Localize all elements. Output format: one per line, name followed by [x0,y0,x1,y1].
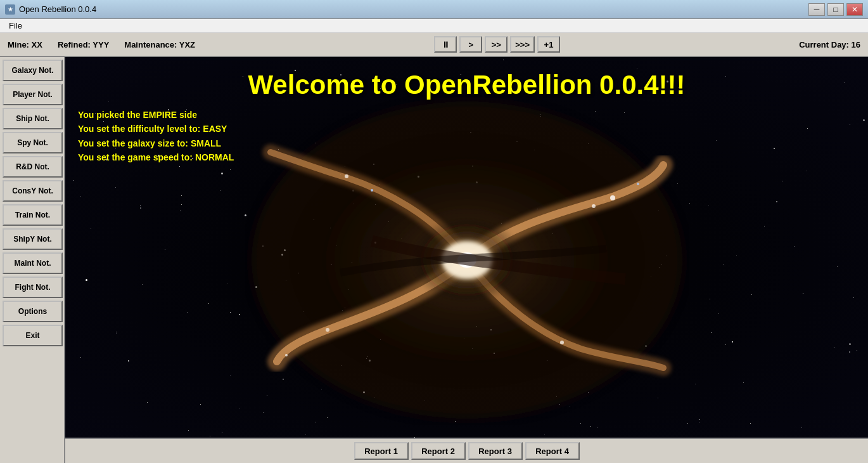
speed-btn-step2[interactable]: >> [485,36,507,53]
star [801,427,802,428]
refined-status: Refined: YYY [58,40,109,49]
report-btn-report-4[interactable]: Report 4 [525,442,580,460]
maximize-button[interactable]: □ [827,3,844,16]
star [725,344,726,345]
speed-btn-step3[interactable]: >>> [510,36,535,53]
star [503,60,504,60]
star [80,357,81,358]
star [86,279,87,281]
star [718,313,719,314]
report-btn-report-2[interactable]: Report 2 [411,442,466,460]
star [165,249,165,250]
star [849,351,850,353]
star [695,384,696,384]
status-bar: Mine: XX Refined: YYY Maintenance: YXZ ⏸… [0,33,868,57]
star [699,419,700,420]
sidebar-btn-rd-not[interactable]: R&D Not. [3,156,63,178]
sidebar-btn-player-not[interactable]: Player Not. [3,84,63,105]
star [857,350,857,351]
star [220,190,220,191]
star [732,341,733,342]
star [140,205,141,205]
star [73,180,74,181]
main-layout: Galaxy Not.Player Not.Ship Not.Spy Not.R… [0,57,868,463]
svg-point-6 [592,204,596,208]
svg-point-5 [610,195,615,200]
svg-point-7 [345,174,348,178]
sidebar-btn-galaxy-not[interactable]: Galaxy Not. [3,60,63,81]
star [91,228,91,229]
speed-controls: ⏸>>>>>>+1 [434,36,560,53]
star [794,246,795,247]
sidebar-btn-options[interactable]: Options [3,301,63,322]
minimize-button[interactable]: ─ [808,3,825,16]
star [230,375,231,375]
star [115,187,116,188]
file-menu[interactable]: File [4,20,27,32]
star [80,196,81,197]
title-bar: ★ Open Rebellion 0.0.4 ─ □ ✕ [0,0,868,19]
star [116,333,117,334]
welcome-heading: Welcome to OpenRebellion 0.0.4!!! [65,70,868,100]
svg-point-9 [371,189,373,192]
star [837,266,838,267]
report-bar: Report 1Report 2Report 3Report 4 [65,438,868,463]
sidebar-btn-shipy-not[interactable]: ShipY Not. [3,228,63,250]
star [782,181,782,181]
window-title: Open Rebellion 0.0.4 [19,4,96,14]
star [834,347,834,348]
sidebar-btn-maint-not[interactable]: Maint Not. [3,252,63,274]
title-controls: ─ □ ✕ [808,3,863,16]
star [147,402,148,403]
star [711,332,712,333]
speed-btn-step1[interactable]: > [459,36,482,53]
star [200,404,201,405]
sidebar-btn-fight-not[interactable]: Fight Not. [3,277,63,298]
sidebar-btn-train-not[interactable]: Train Not. [3,204,63,226]
star [849,343,851,345]
report-btn-report-3[interactable]: Report 3 [468,442,523,460]
info-line: You set the difficulty level to: EASY [78,122,234,136]
star [544,434,545,434]
star [743,382,744,383]
galaxy-spiral [245,95,689,425]
sidebar-btn-consy-not[interactable]: ConsY Not. [3,180,63,202]
sidebar-btn-spy-not[interactable]: Spy Not. [3,132,63,153]
star [210,436,210,436]
info-line: You set the galaxy size to: SMALL [78,136,234,150]
close-button[interactable]: ✕ [846,3,863,16]
star [724,264,724,264]
star [807,171,807,171]
star [863,119,865,121]
star [116,332,117,332]
star [305,434,306,434]
star [850,124,850,125]
star [853,297,854,298]
star [699,422,699,423]
star [142,284,143,285]
star [750,423,751,424]
sidebar-btn-ship-not[interactable]: Ship Not. [3,108,63,129]
star [776,201,777,202]
report-btn-report-1[interactable]: Report 1 [354,442,409,460]
sidebar: Galaxy Not.Player Not.Ship Not.Spy Not.R… [0,57,65,463]
star [222,433,222,433]
star [230,312,231,313]
star [208,303,209,304]
star [710,299,710,299]
sidebar-btn-exit[interactable]: Exit [3,325,63,346]
resource-status: Mine: XX Refined: YYY Maintenance: YXZ [8,40,195,49]
info-text-block: You picked the EMPIRE sideYou set the di… [78,108,234,165]
star [128,360,129,362]
svg-point-10 [560,341,564,344]
star [637,68,637,68]
maintenance-status: Maintenance: YXZ [124,40,195,49]
star [181,195,182,196]
speed-btn-pause[interactable]: ⏸ [434,36,457,53]
star [188,312,188,313]
star [597,427,597,428]
star [179,166,180,167]
star [188,430,189,431]
speed-btn-plus1[interactable]: +1 [537,36,560,53]
star [140,207,141,209]
